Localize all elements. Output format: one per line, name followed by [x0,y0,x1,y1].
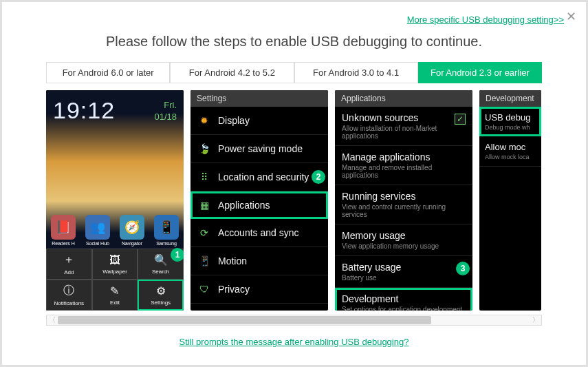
tab-android-6[interactable]: For Android 6.0 or later [46,62,170,83]
sync-icon: ⟳ [197,226,211,240]
grid-settings: ⚙Settings [138,280,184,311]
dev-row-allow-mock: Allow mocAllow mock loca [479,136,541,167]
grid-add: ＋Add [46,249,92,280]
dialog-title: Please follow the steps to enable USB de… [2,28,586,62]
usb-debug-dialog: ✕ More specific USB debugging setting>> … [0,0,588,367]
info-icon: ⓘ [63,284,74,298]
horizontal-scrollbar[interactable]: 〈 〉 [46,315,542,326]
panel-applications-list: Applications Unknown sourcesAllow instal… [335,90,472,311]
applications-header: Applications [335,90,472,107]
homescreen-menu-grid: ＋Add 🖼Wallpaper 🔍Search 1 ⓘNotifications… [46,249,184,311]
step-badge-3: 3 [456,262,470,275]
dock-icon: 📱Samsung [153,215,180,246]
dock-icon: 👥Social Hub [84,215,111,246]
scrollbar-thumb[interactable] [58,316,431,324]
settings-header: Settings [190,90,328,107]
instruction-panels: 19:12 Fri. 01/18 📕Readers H 👥Social Hub … [46,87,542,313]
step-badge-1: 1 [171,248,184,262]
app-row-memory: Memory usageView application memory usag… [335,224,472,256]
settings-row-privacy: 🛡Privacy [190,275,328,304]
gear-icon: ⚙ [156,284,166,297]
search-icon: 🔍 [154,253,168,266]
motion-icon: 📱 [197,254,211,268]
tab-android-30-41[interactable]: For Android 3.0 to 4.1 [294,62,418,83]
scrollbar-track[interactable] [58,315,530,325]
leaf-icon: 🍃 [197,142,211,156]
scroll-left-arrow-icon[interactable]: 〈 [47,315,58,325]
settings-row-applications: ▦Applications [190,191,328,219]
day-label: Fri. [154,100,177,112]
display-icon: ✹ [197,114,211,127]
panel-settings-list: Settings ✹Display 🍃Power saving mode ⠿Lo… [190,90,328,311]
privacy-icon: 🛡 [197,282,211,296]
settings-row-display: ✹Display [190,107,328,135]
apps-icon: ▦ [197,198,211,212]
pencil-icon: ✎ [110,284,119,297]
tab-android-42-52[interactable]: For Android 4.2 to 5.2 [170,62,294,83]
homescreen-wallpaper: 19:12 Fri. 01/18 📕Readers H 👥Social Hub … [46,90,184,249]
still-prompts-link[interactable]: Still prompts the message after enabling… [179,337,409,347]
dock-icon: 📕Readers H [50,215,77,246]
close-icon[interactable]: ✕ [566,9,576,24]
location-icon: ⠿ [197,170,211,184]
app-row-running: Running servicesView and control current… [335,185,472,224]
app-row-development: DevelopmentSet options for application d… [335,288,472,311]
image-icon: 🖼 [109,254,120,266]
grid-search: 🔍Search 1 [138,249,184,280]
scroll-right-arrow-icon[interactable]: 〉 [530,315,541,325]
panel-development-list: Development USB debugDebug mode wh Allow… [479,90,541,311]
app-row-battery: Battery usageBattery use 3 [335,256,472,288]
plus-icon: ＋ [63,253,74,267]
development-header: Development [479,90,541,107]
more-settings-link[interactable]: More specific USB debugging setting>> [407,14,564,25]
date-widget: Fri. 01/18 [154,100,177,123]
settings-row-motion: 📱Motion [190,247,328,275]
dock-row: 📕Readers H 👥Social Hub 🧭Navigator 📱Samsu… [46,215,184,246]
android-version-tabs: For Android 6.0 or later For Android 4.2… [46,62,542,83]
bottom-link-row: Still prompts the message after enabling… [2,326,586,357]
tab-android-23-earlier[interactable]: For Android 2.3 or earlier [418,62,542,83]
date-label: 01/18 [154,112,177,123]
dock-icon: 🧭Navigator [118,215,146,246]
dev-row-usb-debug: USB debugDebug mode wh [479,107,541,136]
app-row-manage: Manage applicationsManage and remove ins… [335,146,472,185]
step-badge-2: 2 [312,170,325,184]
grid-wallpaper: 🖼Wallpaper [92,249,138,280]
checkbox-checked-icon: ✓ [455,114,466,125]
settings-row-accounts: ⟳Accounts and sync [190,219,328,247]
top-link-row: More specific USB debugging setting>> [2,2,586,28]
settings-row-location: ⠿Location and security 2 [190,163,328,191]
clock-widget: 19:12 [53,97,115,124]
settings-row-power: 🍃Power saving mode [190,135,328,163]
app-row-unknown-sources: Unknown sourcesAllow installation of non… [335,107,472,146]
grid-notifications: ⓘNotifications [46,280,92,311]
panel-home-screen: 19:12 Fri. 01/18 📕Readers H 👥Social Hub … [46,90,184,311]
grid-edit: ✎Edit [92,280,138,311]
